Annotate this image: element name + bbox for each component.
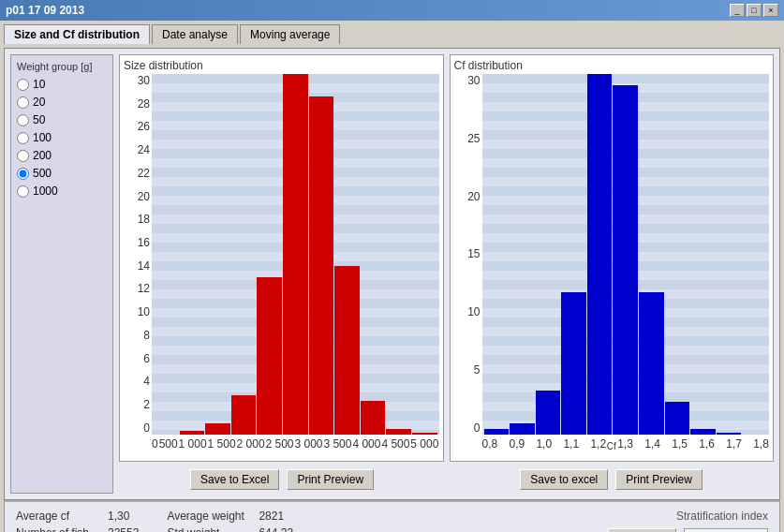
right-btn-group: Save to excel Print Preview xyxy=(520,469,703,490)
weight-group-panel: Weight group [g] 10 20 50 100 xyxy=(10,54,113,494)
main-content: Size and Cf distribution Date analyse Mo… xyxy=(0,21,784,532)
size-chart-area: 30 28 26 24 22 20 18 16 14 12 10 8 xyxy=(124,74,439,453)
weight-option-200[interactable]: 200 xyxy=(17,149,107,162)
cf-bar xyxy=(587,74,613,435)
number-of-fish-value: 22553 xyxy=(108,526,139,532)
std-weight-label: Std weight xyxy=(167,526,251,532)
stratification-input[interactable] xyxy=(684,528,768,532)
tab-content: Weight group [g] 10 20 50 100 xyxy=(4,48,780,500)
size-chart-bars xyxy=(152,74,439,435)
stats-panel: Average cf 1,30 Number of fish 22553 Num… xyxy=(4,500,780,532)
weight-option-500[interactable]: 500 xyxy=(17,167,107,180)
charts-row: Size distribution 30 28 26 24 22 20 18 1… xyxy=(119,54,774,462)
size-chart-title: Size distribution xyxy=(124,59,439,72)
weight-option-1000[interactable]: 1000 xyxy=(17,185,107,198)
stratification-area: Stratification index calculate xyxy=(608,510,768,532)
cf-chart-y-axis: 30 25 20 15 10 5 0 xyxy=(454,74,482,435)
save-to-excel-1-button[interactable]: Save to Excel xyxy=(190,469,279,490)
cf-bar xyxy=(639,292,664,435)
number-of-fish-label: Number of fish xyxy=(16,526,100,532)
cf-chart-bars xyxy=(482,74,770,435)
average-cf-row: Average cf 1,30 xyxy=(16,510,139,523)
size-bar xyxy=(334,266,360,435)
print-preview-1-button[interactable]: Print Preview xyxy=(287,469,374,490)
cf-chart-title: Cf distribution xyxy=(454,59,770,72)
size-bar xyxy=(361,401,386,435)
radio-10[interactable] xyxy=(17,79,29,91)
cf-bar xyxy=(665,402,690,435)
average-weight-row: Average weight 2821 xyxy=(167,510,293,523)
cf-bar xyxy=(510,423,535,435)
weight-option-50[interactable]: 50 xyxy=(17,113,107,126)
window-controls: _ □ × xyxy=(730,4,778,17)
weight-group-title: Weight group [g] xyxy=(17,61,107,72)
average-weight-label: Average weight xyxy=(167,510,251,523)
size-bar xyxy=(231,395,257,435)
size-bar xyxy=(309,96,334,435)
number-of-fish-row: Number of fish 22553 xyxy=(16,526,139,532)
size-chart-x-axis: 0 500 1 000 1 500 2 000 2 500 3 000 3 50… xyxy=(152,435,439,453)
close-button[interactable]: × xyxy=(763,4,778,17)
cf-bar xyxy=(536,391,561,435)
radio-100[interactable] xyxy=(17,132,29,144)
weight-option-10[interactable]: 10 xyxy=(17,78,107,91)
size-chart-panel: Size distribution 30 28 26 24 22 20 18 1… xyxy=(119,54,444,462)
cf-bar xyxy=(613,85,638,435)
tab-size-cf[interactable]: Size and Cf distribution xyxy=(4,24,150,44)
average-weight-value: 2821 xyxy=(259,510,284,523)
size-chart-y-axis: 30 28 26 24 22 20 18 16 14 12 10 8 xyxy=(124,74,152,435)
radio-1000[interactable] xyxy=(17,185,29,198)
minimize-button[interactable]: _ xyxy=(730,4,745,17)
weight-option-20[interactable]: 20 xyxy=(17,96,107,109)
stratification-label: Stratification index xyxy=(676,510,768,523)
cf-axis-label: Cf xyxy=(454,441,770,451)
radio-500[interactable] xyxy=(17,168,29,180)
tab-bar: Size and Cf distribution Date analyse Mo… xyxy=(4,24,780,44)
std-weight-value: 644,23 xyxy=(259,526,293,532)
tab-moving-average[interactable]: Moving average xyxy=(240,24,340,44)
tab-date-analyse[interactable]: Date analyse xyxy=(152,24,238,44)
calculate-button[interactable]: calculate xyxy=(608,528,676,532)
charts-area: Size distribution 30 28 26 24 22 20 18 1… xyxy=(119,54,774,494)
radio-50[interactable] xyxy=(17,114,29,126)
average-cf-value: 1,30 xyxy=(108,510,129,523)
stats-col-2: Average weight 2821 Std weight 644,23 xyxy=(167,510,293,532)
weight-option-100[interactable]: 100 xyxy=(17,131,107,144)
cf-chart-area: 30 25 20 15 10 5 0 0,8 0,9 1,0 xyxy=(454,74,770,453)
window-title: p01 17 09 2013 xyxy=(6,4,84,17)
save-to-excel-2-button[interactable]: Save to excel xyxy=(520,469,608,490)
std-weight-row: Std weight 644,23 xyxy=(167,526,293,532)
left-btn-group: Save to Excel Print Preview xyxy=(190,469,374,490)
cf-chart-panel: Cf distribution 30 25 20 15 10 5 0 xyxy=(450,54,775,462)
buttons-row: Save to Excel Print Preview Save to exce… xyxy=(119,466,774,494)
stats-col-1: Average cf 1,30 Number of fish 22553 Num… xyxy=(16,510,139,532)
maximize-button[interactable]: □ xyxy=(747,4,762,17)
radio-20[interactable] xyxy=(17,96,29,109)
size-bar xyxy=(283,74,308,435)
cf-bar xyxy=(561,292,586,435)
size-bar xyxy=(257,277,282,435)
radio-200[interactable] xyxy=(17,150,29,162)
print-preview-2-button[interactable]: Print Preview xyxy=(615,469,703,490)
average-cf-label: Average cf xyxy=(16,510,100,523)
weight-group-options: 10 20 50 100 200 xyxy=(17,78,107,198)
title-bar: p01 17 09 2013 _ □ × xyxy=(0,0,784,21)
size-bar xyxy=(205,423,230,435)
